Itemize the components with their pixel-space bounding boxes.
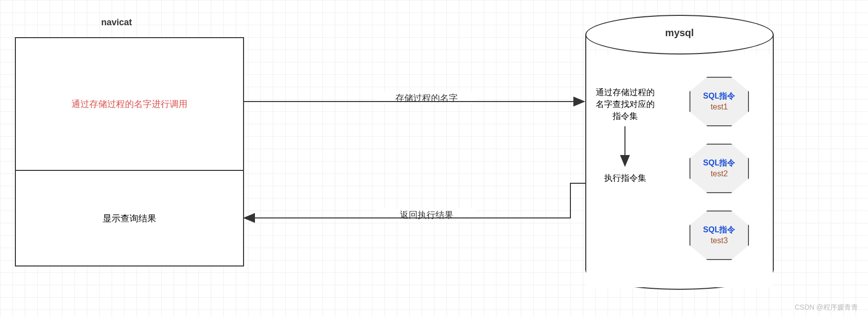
sql-name-3: test3 — [711, 235, 728, 246]
navicat-title: navicat — [79, 17, 154, 28]
arrow-label-from-mysql: 返回执行结果 — [377, 209, 476, 221]
navicat-result-box: 显示查询结果 — [15, 170, 244, 266]
sql-proc-2: SQL指令 test2 — [689, 144, 749, 193]
arrow-label-to-mysql: 存储过程的名字 — [377, 92, 476, 104]
sql-label-2: SQL指令 — [703, 158, 736, 168]
watermark: CSDN @程序媛青青 — [795, 303, 858, 312]
navicat-result-text: 显示查询结果 — [103, 212, 156, 224]
sql-proc-3: SQL指令 test3 — [689, 211, 749, 260]
sql-label-1: SQL指令 — [703, 91, 736, 102]
mysql-execute-label: 执行指令集 — [595, 172, 655, 184]
diagram-stage: navicat 通过存储过程的名字进行调用 显示查询结果 存储过程的名字 返回执… — [0, 0, 868, 317]
mysql-title: mysql — [585, 27, 774, 39]
mysql-lookup-label: 通过存储过程的名字查找对应的指令集 — [595, 87, 655, 122]
mysql-cylinder: mysql 通过存储过程的名字查找对应的指令集 执行指令集 SQL指令 test… — [585, 15, 774, 290]
sql-label-3: SQL指令 — [703, 224, 736, 235]
sql-name-2: test2 — [711, 168, 728, 179]
navicat-call-text: 通过存储过程的名字进行调用 — [71, 98, 187, 110]
navicat-call-box: 通过存储过程的名字进行调用 — [15, 37, 244, 171]
sql-proc-1: SQL指令 test1 — [689, 77, 749, 126]
sql-name-1: test1 — [711, 102, 728, 112]
